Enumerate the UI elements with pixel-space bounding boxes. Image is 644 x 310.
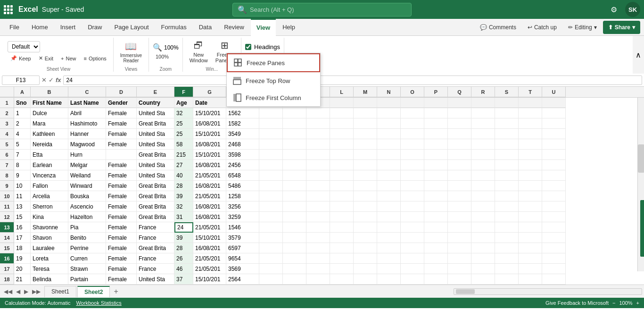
table-cell[interactable] [519,191,542,201]
table-cell[interactable]: 1582 [226,118,259,129]
table-cell[interactable]: 15/10/201 [193,233,226,243]
table-cell[interactable] [542,118,566,129]
table-cell[interactable] [283,201,306,212]
table-cell[interactable] [401,181,424,191]
table-cell[interactable]: 16/08/201 [193,201,226,212]
table-cell[interactable] [354,118,377,129]
table-cell[interactable]: 20 [14,264,31,274]
table-cell[interactable]: Winward [68,181,106,191]
table-cell[interactable] [471,181,495,191]
table-cell[interactable] [377,150,401,160]
table-cell[interactable] [471,98,495,108]
table-cell[interactable]: 9654 [226,253,259,264]
table-cell[interactable]: Female [106,233,137,243]
table-cell[interactable] [542,212,566,222]
table-cell[interactable] [542,181,566,191]
table-cell[interactable] [448,233,471,243]
table-cell[interactable] [330,274,354,285]
table-cell[interactable] [283,118,306,129]
table-cell[interactable]: Female [106,264,137,274]
table-cell[interactable] [448,160,471,170]
table-cell[interactable]: Great Brita [137,191,174,201]
col-header-C[interactable]: C [68,87,106,97]
table-cell[interactable] [259,253,283,264]
table-cell[interactable] [542,129,566,139]
table-cell[interactable] [306,181,330,191]
table-cell[interactable] [519,222,542,233]
tab-insert[interactable]: Insert [55,19,82,36]
table-cell[interactable] [377,191,401,201]
table-cell[interactable]: Pia [68,222,106,233]
table-cell[interactable] [542,98,566,108]
table-cell[interactable] [448,264,471,274]
search-bar[interactable]: 🔍 [232,3,412,17]
horizontal-scrollbar[interactable] [454,288,642,295]
table-cell[interactable] [542,150,566,160]
table-cell[interactable] [448,191,471,201]
table-cell[interactable]: First Name [31,98,68,108]
table-cell[interactable] [495,264,519,274]
table-cell[interactable] [377,243,401,253]
table-cell[interactable]: Great Brita [137,212,174,222]
table-cell[interactable]: 10 [14,181,31,191]
table-cell[interactable] [259,191,283,201]
table-cell[interactable]: 3259 [226,212,259,222]
table-cell[interactable] [495,98,519,108]
table-cell[interactable] [424,139,448,150]
table-cell[interactable] [471,150,495,160]
zoom-minus-icon[interactable]: − [612,300,615,306]
table-cell[interactable]: Earlean [31,160,68,170]
exit-button[interactable]: ✕ Exit [36,54,56,62]
table-cell[interactable] [471,160,495,170]
table-cell[interactable] [471,212,495,222]
table-cell[interactable]: 16/08/201 [193,181,226,191]
table-cell[interactable] [519,160,542,170]
col-header-E[interactable]: E [137,87,174,97]
table-cell[interactable]: Sno [14,98,31,108]
table-cell[interactable] [401,274,424,285]
table-cell[interactable] [471,129,495,139]
table-cell[interactable] [283,181,306,191]
table-cell[interactable] [471,253,495,264]
table-cell[interactable] [424,201,448,212]
table-cell[interactable]: 21/05/201 [193,253,226,264]
table-cell[interactable] [495,150,519,160]
table-cell[interactable]: Abril [68,108,106,118]
table-cell[interactable] [354,264,377,274]
col-header-D[interactable]: D [106,87,137,97]
table-cell[interactable]: 15/10/201 [193,108,226,118]
table-cell[interactable]: Female [106,212,137,222]
table-cell[interactable]: 21/05/201 [193,222,226,233]
table-cell[interactable] [424,160,448,170]
table-cell[interactable] [377,181,401,191]
table-cell[interactable] [306,243,330,253]
table-cell[interactable]: 3579 [226,233,259,243]
table-cell[interactable]: Fallon [31,181,68,191]
table-cell[interactable]: Shavon [31,233,68,243]
table-cell[interactable] [401,222,424,233]
table-cell[interactable]: 6548 [226,170,259,181]
table-cell[interactable]: France [137,222,174,233]
table-cell[interactable] [542,201,566,212]
table-cell[interactable]: Shavonne [31,222,68,233]
table-cell[interactable]: 1258 [226,191,259,201]
table-cell[interactable] [401,139,424,150]
table-cell[interactable]: 3549 [226,129,259,139]
table-cell[interactable]: 215 [174,150,193,160]
table-cell[interactable] [448,98,471,108]
catchup-button[interactable]: ↩ Catch up [522,21,562,34]
table-cell[interactable]: United Sta [137,139,174,150]
zoom-plus-icon[interactable]: + [636,300,639,306]
table-cell[interactable] [354,108,377,118]
tab-draw[interactable]: Draw [82,19,107,36]
table-cell[interactable] [401,201,424,212]
col-header-Q[interactable]: Q [448,87,471,97]
table-cell[interactable]: 5 [14,139,31,150]
table-cell[interactable] [448,181,471,191]
tab-view[interactable]: View [251,19,276,36]
table-cell[interactable] [377,222,401,233]
search-input[interactable] [250,6,406,13]
scrollbar-thumb[interactable] [638,144,644,173]
table-cell[interactable]: Hashimoto [68,118,106,129]
table-cell[interactable]: Female [106,108,137,118]
